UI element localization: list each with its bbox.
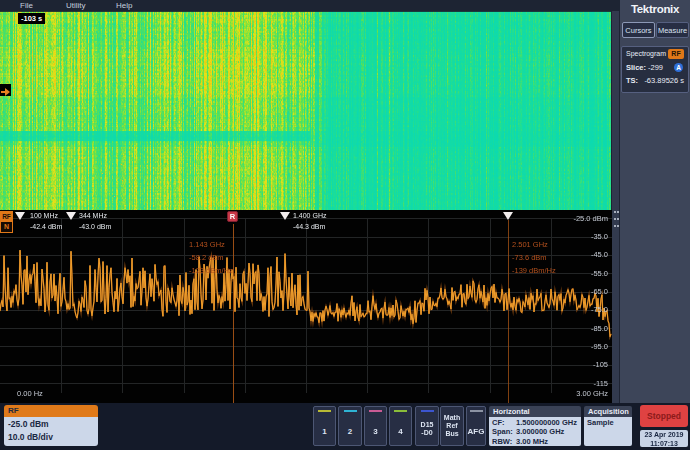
y-axis-label: -85.0 [566, 324, 608, 333]
marker-readout: 2.501 GHz-73.6 dBm-139 dBm/Hz [512, 238, 556, 277]
marker-level: -42.4 dBm [30, 221, 62, 232]
marker-a-icon: A [674, 63, 683, 72]
marker-freq: 100 MHz [30, 210, 58, 221]
channel-2-button[interactable]: 2 [338, 406, 362, 446]
datetime-display: 23 Apr 201911:07:13 [640, 430, 688, 447]
marker-freq: 344 MHz [79, 210, 107, 221]
y-axis-label: -35.0 [566, 232, 608, 241]
spectrogram-display[interactable] [0, 11, 612, 210]
x-axis-end-label: 3.00 GHz [563, 389, 608, 398]
math-ref-bus-button[interactable]: Math Ref Bus [440, 406, 464, 446]
reference-marker[interactable]: R [227, 211, 238, 222]
acquisition-panel[interactable]: Acquisition Sample [584, 406, 632, 446]
marker-freq: 1.400 GHz [293, 210, 326, 221]
spectrum-source-badge: RF N [0, 211, 13, 233]
spectrogram-time-badge: -103 s [16, 13, 45, 24]
slice-value: -299 [648, 63, 663, 72]
panel-drag-handle[interactable] [611, 11, 620, 403]
y-axis-label: -115 [566, 379, 608, 388]
y-axis-label: -65.0 [566, 287, 608, 296]
menu-help[interactable]: Help [116, 1, 132, 10]
marker-icon[interactable] [15, 212, 25, 220]
rf-badge: RF [668, 49, 684, 59]
x-axis-start-label: 0.00 Hz [17, 389, 43, 398]
measure-button[interactable]: Measure [656, 22, 689, 38]
spectrum-display[interactable]: RF N 100 MHz -42.4 dBm 344 MHz -43.0 dBm… [0, 210, 612, 403]
y-axis-label: -25.0 dBm [566, 214, 608, 223]
menu-file[interactable]: File [20, 1, 33, 10]
slice-indicator-arrow-icon[interactable] [0, 84, 11, 96]
menu-bar: File Utility Help [0, 0, 620, 11]
menu-utility[interactable]: Utility [66, 1, 86, 10]
bottom-toolbar: RF -25.0 dBm10.0 dB/div 1 2 3 4 D15 -D0 … [0, 403, 690, 450]
horizontal-panel[interactable]: Horizontal CF:1.500000000 GHz Span:3.000… [489, 406, 581, 446]
digital-d15-d0-button[interactable]: D15 -D0 [415, 406, 439, 446]
marker-readout: 1.143 GHz-58.2 dBm-123 dBm/Hz [189, 238, 233, 277]
marker-level: -44.3 dBm [293, 221, 325, 232]
channel-1-button[interactable]: 1 [313, 406, 336, 446]
marker-icon[interactable] [280, 212, 290, 220]
y-axis-label: -45.0 [566, 250, 608, 259]
y-axis-label: -95.0 [566, 342, 608, 351]
tektronix-logo: Tektronix [620, 3, 690, 15]
cursor-marker-icon[interactable] [503, 212, 513, 220]
cursors-button[interactable]: Cursors [622, 22, 655, 38]
run-stop-status-button[interactable]: Stopped [640, 405, 688, 427]
channel-4-button[interactable]: 4 [389, 406, 412, 446]
ts-value: -63.89526 s [644, 76, 684, 85]
rf-channel-card[interactable]: RF -25.0 dBm10.0 dB/div [4, 405, 98, 446]
y-axis-label: -105 [566, 360, 608, 369]
marker-icon[interactable] [66, 212, 76, 220]
spectrogram-panel[interactable]: Spectrogram RF Slice: -299 A TS: -63.895… [621, 46, 689, 93]
afg-button[interactable]: AFG [466, 406, 486, 446]
y-axis-label: -55.0 [566, 269, 608, 278]
channel-3-button[interactable]: 3 [364, 406, 387, 446]
panel-title: Spectrogram [626, 50, 666, 57]
marker-level: -43.0 dBm [79, 221, 111, 232]
y-axis-label: -75.0 [566, 305, 608, 314]
sidebar: Tektronix Cursors Measure Spectrogram RF… [620, 0, 690, 450]
